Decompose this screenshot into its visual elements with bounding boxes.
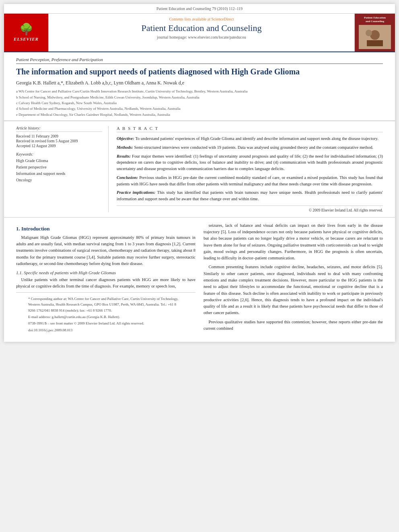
elsevier-brand: ELSEVIER <box>14 37 39 41</box>
abstract-practice: Practice implications: This study has id… <box>117 189 383 202</box>
body-right-column: seizures, lack of balance and visual def… <box>204 222 383 337</box>
keyword-1: High Grade Glioma <box>16 158 102 164</box>
journal-thumb-image <box>359 25 391 49</box>
intro-heading: 1. Introduction <box>16 226 195 232</box>
right-text: seizures, lack of balance and visual def… <box>204 222 383 332</box>
right-para-1: seizures, lack of balance and visual def… <box>204 222 383 262</box>
issn-note: 0738-3991/$ – see front matter © 2009 El… <box>28 320 183 326</box>
revised-date: Received in revised form 5 August 2009 <box>16 139 102 143</box>
body-section: 1. Introduction Malignant High Grade Gli… <box>4 218 395 342</box>
abstract-objective: Objective: To understand patients' exper… <box>117 136 383 142</box>
svg-point-3 <box>366 30 372 36</box>
affiliation-d: d School of Medicine and Pharmacology, U… <box>16 106 383 111</box>
affiliation-e: e Department of Medical Oncology, Sir Ch… <box>16 112 383 117</box>
abstract-column: A B S T R A C T Objective: To understand… <box>117 126 383 212</box>
elsevier-logo: 🌳 ELSEVIER <box>4 14 48 51</box>
intro-para-1: Malignant High Grade Gliomas (HGG) repre… <box>16 234 195 267</box>
subsection-heading: 1.1. Specific needs of patients with Hig… <box>16 270 195 275</box>
journal-citation: Patient Education and Counseling 79 (201… <box>4 4 395 14</box>
accepted-date: Accepted 12 August 2009 <box>16 144 102 148</box>
intro-para-2: Unlike patients with other terminal canc… <box>16 277 195 290</box>
abstract-text: Objective: To understand patients' exper… <box>117 136 383 202</box>
affiliation-c: c Calvary Health Care Sydney, Kogarah, N… <box>16 100 383 106</box>
article-title: The information and support needs of pat… <box>16 66 383 77</box>
abstract-copyright: © 2009 Elsevier Ireland Ltd. All rights … <box>117 205 383 212</box>
section-label: Patient Perception, Preference and Parti… <box>16 57 383 64</box>
intro-text: Malignant High Grade Gliomas (HGG) repre… <box>16 234 195 267</box>
authors: Georgia K.B. Hallett a,*, Elizabeth A. L… <box>16 80 383 86</box>
received-date: Received 11 February 2009 <box>16 134 102 138</box>
article-title-section: Patient Perception, Preference and Parti… <box>4 52 395 121</box>
abstract-title: A B S T R A C T <box>117 126 383 132</box>
abstract-methods: Methods: Semi-structured interviews were… <box>117 144 383 151</box>
journal-thumb-title: Patient Educationand Counseling <box>364 16 386 23</box>
affiliation-a: a WA Centre for Cancer and Palliative Ca… <box>16 88 383 94</box>
affiliations: a WA Centre for Cancer and Palliative Ca… <box>16 88 383 117</box>
article-history-label: Article history: <box>16 126 102 132</box>
page: Patient Education and Counseling 79 (201… <box>4 4 395 342</box>
affiliation-b: b School of Nursing, Midwifery, and Post… <box>16 94 383 100</box>
keyword-3: Information and support needs <box>16 170 102 177</box>
svg-rect-2 <box>367 40 383 46</box>
doi-note: doi:10.1016/j.pec.2009.08.013 <box>28 327 183 333</box>
keywords-label: Keywords: <box>16 152 102 156</box>
right-para-2: Common presenting features include cogni… <box>204 264 383 316</box>
keyword-4: Oncology <box>16 177 102 183</box>
footnote-section: * Corresponding author at: WA Centre for… <box>16 292 195 337</box>
keyword-2: Patient perspective <box>16 164 102 170</box>
email-note: E-mail address: g.hallett@curtin.edu.au … <box>28 314 183 320</box>
article-info: Article history: Received 11 February 20… <box>16 126 109 212</box>
body-left-column: 1. Introduction Malignant High Grade Gli… <box>16 222 195 337</box>
intro-subtext: Unlike patients with other terminal canc… <box>16 277 195 290</box>
journal-thumbnail: Patient Educationand Counseling <box>355 14 395 51</box>
journal-center: Contents lists available at ScienceDirec… <box>48 14 355 51</box>
journal-header: 🌳 ELSEVIER Contents lists available at S… <box>4 14 395 52</box>
abstract-conclusion: Conclusion: Previous studies in HGG pre-… <box>117 175 383 187</box>
corresponding-note: * Corresponding author at: WA Centre for… <box>28 296 183 313</box>
elsevier-tree-icon: 🌳 <box>19 24 33 35</box>
journal-title: Patient Education and Counseling <box>53 23 350 33</box>
abstract-results: Results: Four major themes were identifi… <box>117 153 383 172</box>
journal-homepage: journal homepage: www.elsevier.com/locat… <box>53 35 350 39</box>
sciencedirect-link: Contents lists available at ScienceDirec… <box>53 17 350 21</box>
right-para-3: Previous qualitative studies have suppor… <box>204 319 383 332</box>
article-meta-section: Article history: Received 11 February 20… <box>4 121 395 218</box>
